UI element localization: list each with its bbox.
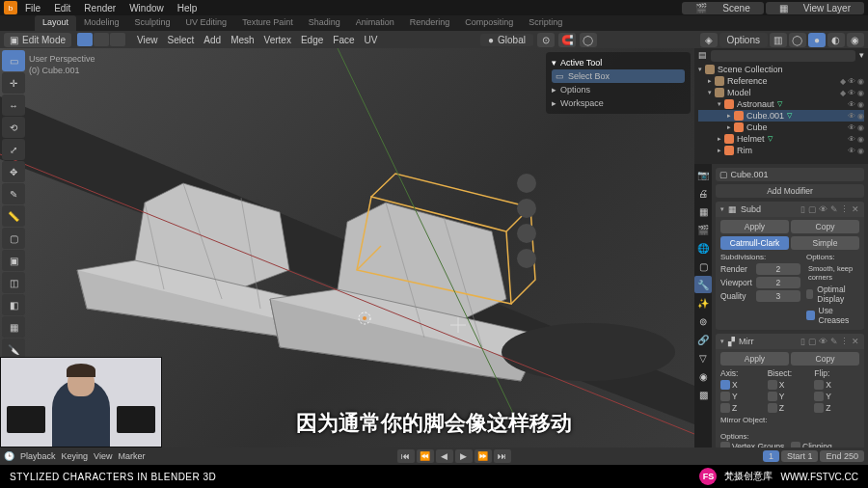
gizmo-toggle[interactable]: ◈ [700, 33, 718, 47]
tl-menu-marker[interactable]: Marker [118, 451, 145, 461]
bisect-x-check[interactable] [768, 380, 777, 390]
shading-wireframe[interactable]: ◯ [789, 33, 806, 47]
timeline-editor-icon[interactable]: 🕒 [4, 451, 14, 461]
tab-material-props[interactable]: ◉ [694, 367, 712, 385]
axis-z-check[interactable] [720, 403, 730, 413]
menu-view[interactable]: View [137, 35, 158, 45]
tab-uvediting[interactable]: UV Editing [178, 15, 235, 31]
tab-viewlayer-props[interactable]: ▦ [694, 203, 712, 220]
viewport-subdiv-value[interactable]: 2 [756, 277, 800, 288]
tool-move[interactable]: ↔ [2, 95, 25, 116]
tool-addcube[interactable]: ▢ [2, 228, 25, 249]
zoom-gizmo[interactable] [517, 174, 536, 193]
keyframe-next-button[interactable]: ⏩ [475, 449, 492, 463]
tab-physics-props[interactable]: ⊚ [694, 312, 712, 330]
modifier-header-icons[interactable]: ▯ ▢ 👁 ✎ ⋮ ✕ [800, 337, 859, 346]
play-button[interactable]: ▶ [455, 449, 473, 463]
tab-constraint-props[interactable]: 🔗 [694, 331, 712, 348]
boundary-smooth-dropdown[interactable]: Smooth, keep corners [806, 263, 859, 283]
tab-compositing[interactable]: Compositing [457, 15, 521, 31]
flip-z-check[interactable] [814, 403, 824, 413]
modifier-name[interactable]: Subd [741, 204, 761, 214]
tool-cursor[interactable]: ✛ [2, 72, 25, 94]
tree-item-astronaut[interactable]: Astronaut [737, 99, 774, 109]
select-vertex[interactable] [77, 33, 93, 46]
render-subdiv-value[interactable]: 2 [756, 263, 800, 275]
tab-object-props[interactable]: ▢ [694, 258, 712, 275]
menu-mesh[interactable]: Mesh [231, 35, 254, 45]
current-frame[interactable]: 1 [763, 450, 779, 462]
tool-bevel[interactable]: ◧ [2, 294, 25, 315]
tool-measure[interactable]: 📏 [2, 205, 25, 227]
viewlayer-selector[interactable]: ▦View Layer [766, 2, 864, 14]
transform-orientation[interactable]: ●Global [480, 34, 533, 46]
menu-edge[interactable]: Edge [301, 35, 323, 45]
tl-menu-keying[interactable]: Keying [62, 451, 89, 461]
bisect-z-check[interactable] [768, 403, 777, 413]
xray-toggle[interactable]: ▥ [770, 33, 787, 47]
active-tool-options-row[interactable]: ▸Options [552, 83, 685, 96]
menu-face[interactable]: Face [333, 35, 354, 45]
shading-solid[interactable]: ● [808, 33, 826, 47]
props-breadcrumb[interactable]: ▢ Cube.001 [716, 168, 864, 181]
mirror-object-field[interactable] [720, 425, 859, 429]
proportional-edit-toggle[interactable]: ◯ [580, 33, 597, 47]
tab-meshdata-props[interactable]: ▽ [694, 349, 712, 366]
tree-item-cube001[interactable]: Cube.001 [746, 111, 784, 121]
tab-modeling[interactable]: Modeling [76, 15, 127, 31]
bisect-y-check[interactable] [768, 392, 777, 401]
tab-shading[interactable]: Shading [301, 15, 348, 31]
end-frame[interactable]: End 250 [820, 450, 864, 462]
axis-x-check[interactable] [720, 380, 730, 390]
pan-gizmo[interactable] [517, 199, 536, 218]
jump-start-button[interactable]: ⏮ [397, 449, 415, 463]
menu-help[interactable]: Help [172, 3, 203, 14]
overlays-dropdown[interactable]: Options [719, 33, 768, 47]
shading-matprev[interactable]: ◐ [827, 33, 845, 47]
menu-window[interactable]: Window [123, 3, 170, 14]
snap-toggle[interactable]: 🧲 [558, 33, 576, 47]
tree-item-reference[interactable]: Reference [727, 76, 768, 86]
modifier-header-icons[interactable]: ▯ ▢ 👁 ✎ ⋮ ✕ [800, 204, 859, 214]
flip-y-check[interactable] [814, 392, 824, 401]
clipping-check[interactable] [791, 442, 800, 447]
tab-scripting[interactable]: Scripting [521, 15, 570, 31]
camera-gizmo[interactable] [517, 224, 536, 243]
tab-texture-props[interactable]: ▩ [694, 386, 712, 403]
select-face[interactable] [110, 33, 125, 46]
tab-layout[interactable]: Layout [35, 15, 76, 31]
menu-render[interactable]: Render [78, 3, 122, 14]
pivot-selector[interactable]: ⊙ [537, 33, 555, 47]
mode-selector[interactable]: ▣Edit Mode [4, 33, 71, 47]
catmull-clark-button[interactable]: Catmull-Clark [720, 236, 789, 250]
tool-loopcut[interactable]: ▦ [2, 316, 25, 338]
menu-edit[interactable]: Edit [48, 3, 76, 14]
active-tool-workspace-row[interactable]: ▸Workspace [552, 96, 685, 110]
use-creases-check[interactable] [806, 311, 815, 320]
keyframe-prev-button[interactable]: ⏪ [417, 449, 434, 463]
copy-button[interactable]: Copy [791, 352, 859, 366]
tree-item-model[interactable]: Model [727, 88, 751, 97]
apply-button[interactable]: Apply [720, 220, 789, 233]
tool-transform[interactable]: ✥ [2, 161, 25, 182]
outliner[interactable]: ▤▾ ▾Scene Collection ▸Reference◆👁◉ ▾Mode… [694, 48, 868, 164]
tool-select-box[interactable]: ▭ [2, 50, 25, 71]
select-edge[interactable] [94, 33, 109, 46]
outliner-search[interactable] [711, 50, 855, 62]
tree-item-rim[interactable]: Rim [737, 146, 752, 155]
tab-modifier-props[interactable]: 🔧 [694, 276, 712, 293]
tree-item-helmet[interactable]: Helmet [737, 134, 765, 144]
scene-selector[interactable]: 🎬Scene [682, 2, 763, 14]
tab-rendering[interactable]: Rendering [402, 15, 458, 31]
optimal-display-check[interactable] [806, 289, 813, 299]
tree-root[interactable]: Scene Collection [718, 65, 783, 74]
menu-select[interactable]: Select [168, 35, 195, 45]
menu-uv[interactable]: UV [365, 35, 378, 45]
active-tool-name[interactable]: ▭Select Box [552, 69, 685, 83]
quality-value[interactable]: 3 [756, 290, 800, 302]
tab-texturepaint[interactable]: Texture Paint [234, 15, 301, 31]
flip-x-check[interactable] [814, 380, 824, 390]
tl-menu-view[interactable]: View [94, 451, 112, 461]
tool-extrude[interactable]: ▣ [2, 250, 25, 271]
tab-output-props[interactable]: 🖨 [694, 184, 712, 202]
